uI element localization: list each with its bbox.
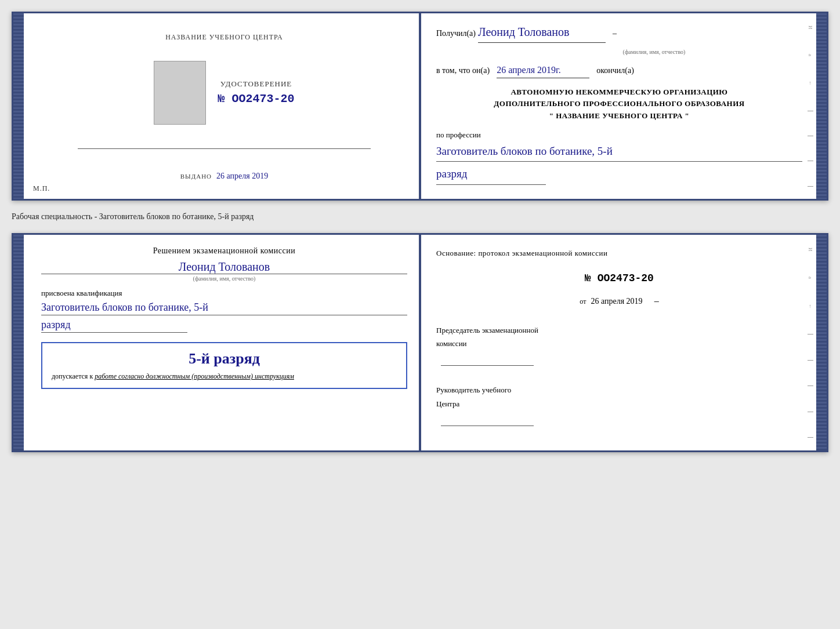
photo-placeholder <box>154 61 206 125</box>
chairman-line2: комиссии <box>436 337 802 350</box>
chairman-signature-line <box>441 365 534 366</box>
in-that-label: в том, что он(а) <box>436 64 490 77</box>
chairman-block: Председатель экзаменационной комиссии <box>436 323 802 372</box>
received-label: Получил(а) <box>436 27 476 40</box>
from-dash: – <box>654 296 659 306</box>
cert-title-label: УДОСТОВЕРЕНИЕ <box>218 79 294 89</box>
upper-left-title: НАЗВАНИЕ УЧЕБНОГО ЦЕНТРА <box>165 31 283 42</box>
completion-date: 26 апреля 2019г. <box>497 63 589 78</box>
lower-razryad: разряд <box>41 319 187 333</box>
head-block: Руководитель учебного Центра <box>436 383 802 432</box>
lower-left-page: Решением экзаменационной комиссии Леонид… <box>24 235 425 450</box>
upper-document: НАЗВАНИЕ УЧЕБНОГО ЦЕНТРА УДОСТОВЕРЕНИЕ №… <box>12 12 828 201</box>
in-that-row: в том, что он(а) 26 апреля 2019г. окончи… <box>436 63 802 78</box>
lower-qualification: Заготовитель блоков по ботанике, 5-й <box>41 301 407 315</box>
basis-label: Основание: протокол экзаменационной коми… <box>436 246 802 260</box>
right-spine <box>816 13 827 199</box>
issued-date: 26 апреля 2019 <box>216 172 268 180</box>
lower-fio-hint: (фамилия, имя, отчество) <box>41 275 407 282</box>
left-spine <box>13 13 24 199</box>
received-row: Получил(а) Леонид Толованов – <box>436 23 802 43</box>
protocol-number: № OO2473-20 <box>436 269 802 288</box>
dash-symbol: – <box>613 27 617 40</box>
issued-label: Выдано <box>180 173 212 180</box>
допускается-label: допускается к <box>52 372 93 380</box>
from-row: от 26 апреля 2019 – <box>436 293 802 310</box>
assigned-label: присвоена квалификация <box>41 289 407 298</box>
razryad-text-upper: разряд <box>436 165 546 184</box>
right-side-decoration: И а ← <box>807 13 814 199</box>
допускается-text: работе согласно должностным (производств… <box>95 372 294 380</box>
lower-right-side-decoration: И а ← <box>807 235 814 450</box>
finished-label: окончил(а) <box>596 64 634 77</box>
org-block: АВТОНОМНУЮ НЕКОММЕРЧЕСКУЮ ОРГАНИЗАЦИЮ ДО… <box>436 86 802 122</box>
profession-label: по профессии <box>436 129 802 141</box>
lower-document: Решением экзаменационной комиссии Леонид… <box>12 233 828 452</box>
recipient-fio: Леонид Толованов <box>478 23 606 43</box>
decision-label: Решением экзаменационной комиссии <box>41 246 407 256</box>
upper-right-page: Получил(а) Леонид Толованов – (фамилия, … <box>425 13 816 199</box>
from-label: от <box>580 297 586 306</box>
profession-block: по профессии Заготовитель блоков по бота… <box>436 129 802 185</box>
specialty-info: Рабочая специальность - Заготовитель бло… <box>12 210 828 224</box>
from-date: 26 апреля 2019 <box>591 297 642 306</box>
org-line2: ДОПОЛНИТЕЛЬНОГО ПРОФЕССИОНАЛЬНОГО ОБРАЗО… <box>436 98 802 110</box>
upper-left-page: НАЗВАНИЕ УЧЕБНОГО ЦЕНТРА УДОСТОВЕРЕНИЕ №… <box>24 13 425 199</box>
lower-left-spine <box>13 235 24 450</box>
lower-right-spine <box>816 235 827 450</box>
cert-number: № OO2473-20 <box>218 92 294 106</box>
org-line3: " НАЗВАНИЕ УЧЕБНОГО ЦЕНТРА " <box>436 110 802 122</box>
org-line1: АВТОНОМНУЮ НЕКОММЕРЧЕСКУЮ ОРГАНИЗАЦИЮ <box>436 86 802 99</box>
mp-label: М.П. <box>33 184 50 192</box>
chairman-line1: Председатель экзаменационной <box>436 323 802 337</box>
lower-fio: Леонид Толованов <box>179 260 270 273</box>
qualification-badge: 5-й разряд <box>52 350 397 368</box>
profession-text: Заготовитель блоков по ботанике, 5-й <box>436 143 802 162</box>
fio-hint-upper: (фамилия, имя, отчество) <box>506 48 802 57</box>
допускается-row: допускается к работе согласно должностны… <box>52 372 397 381</box>
head-line2: Центра <box>436 397 802 410</box>
head-line1: Руководитель учебного <box>436 383 802 397</box>
head-signature-line <box>441 426 534 426</box>
lower-right-page: Основание: протокол экзаменационной коми… <box>425 235 816 450</box>
qualification-badge-box: 5-й разряд допускается к работе согласно… <box>41 342 407 389</box>
